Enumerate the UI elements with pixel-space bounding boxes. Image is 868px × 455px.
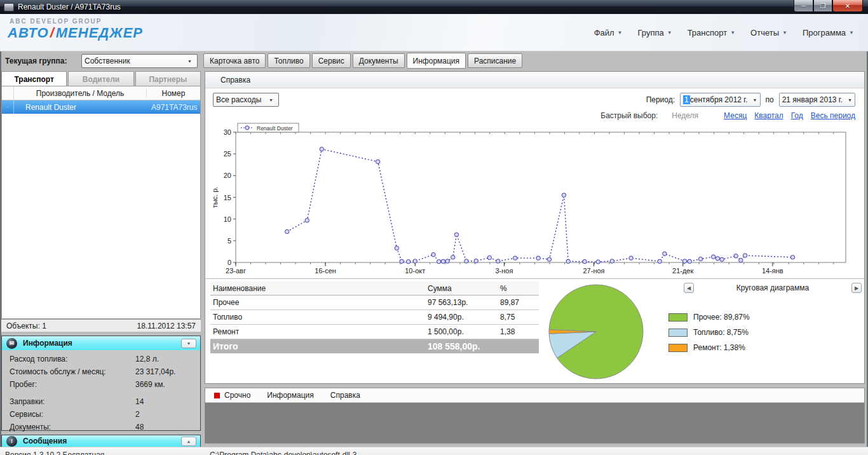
messages-panel-header[interactable]: ! Сообщения ▲ [2, 435, 200, 447]
message-tab-Справка[interactable]: Справка [330, 391, 360, 400]
message-tab-Срочно[interactable]: Срочно [214, 391, 250, 400]
summary-total-row: Итого108 558,00р. [210, 339, 539, 353]
legend-swatch [668, 344, 688, 352]
sidebar-tab-Водители[interactable]: Водители [68, 71, 133, 86]
menu-item-label: Программа [803, 28, 846, 37]
summary-cell-pct: 1,38 [500, 327, 539, 336]
message-tab-label: Информация [267, 391, 313, 400]
column-header-number[interactable]: Номер [147, 89, 200, 98]
svg-text:тыс. р.: тыс. р. [211, 187, 219, 208]
legend-label: Прочее: 89,87% [693, 313, 750, 322]
next-chart-button[interactable]: ▶ [851, 283, 862, 293]
sidebar-tab-Партнеры[interactable]: Партнеры [135, 71, 201, 86]
sidebar-tab-Транспорт[interactable]: Транспорт [1, 71, 67, 86]
svg-text:10-окт: 10-окт [405, 267, 425, 275]
info-panel: ✉ Информация ▼ Расход топлива:12,8 л.Сто… [1, 336, 201, 431]
path-text: C:\Program Data\abc-develop\autosoft-dll… [210, 451, 356, 455]
version-text: Версия 1.3.10.2 Бесплатная [5, 451, 104, 455]
tab-Информация[interactable]: Информация [407, 53, 466, 69]
sidebar-tab-strip: ТранспортВодителиПартнеры [1, 71, 201, 86]
tab-Сервис[interactable]: Сервис [312, 53, 351, 68]
svg-text:21-дек: 21-дек [672, 267, 693, 275]
current-group-label: Текущая группа: [5, 57, 67, 65]
info-row: Расход топлива:12,8 л. [10, 355, 194, 363]
app-logo: ABC DEVELOP GROUP АВТО/МЕНЕДЖЕР [8, 18, 143, 40]
period-between-label: по [766, 95, 774, 104]
info-row-label: Документы: [10, 423, 135, 431]
legend-swatch [668, 313, 688, 322]
menu-bar: Файл▼Группа▼Транспорт▼Отчеты▼Программа▼ [594, 14, 854, 51]
info-row: Документы:48 [10, 423, 194, 431]
tab-Карточка авто[interactable]: Карточка авто [203, 53, 266, 68]
legend-label: Ремонт: 1,38% [693, 343, 745, 352]
chevron-down-icon: ▼ [848, 98, 852, 102]
message-tab-Информация[interactable]: Информация [267, 391, 313, 400]
summary-cell-name: Ремонт [210, 327, 428, 336]
menu-item-label: Группа [638, 28, 664, 37]
column-header-model[interactable]: Производитель / Модель [14, 89, 147, 98]
collapse-info-button[interactable]: ▼ [181, 339, 196, 348]
chevron-down-icon: ▼ [730, 30, 735, 36]
svg-text:10: 10 [224, 215, 231, 223]
quick-select-links: НеделяМесяцКварталГодВесь период [672, 111, 855, 120]
app-window: Renault Duster / A971TA73rus ─ ❐ ✕ ABC D… [0, 0, 868, 455]
table-row-selected[interactable]: · Renault Duster A971TA73rus [2, 100, 200, 114]
prev-chart-button[interactable]: ◀ [684, 283, 694, 293]
minimize-button[interactable]: ─ [794, 0, 813, 12]
menu-item-Отчеты[interactable]: Отчеты▼ [750, 28, 787, 37]
info-row-value: 2 [135, 410, 194, 419]
menu-item-Транспорт[interactable]: Транспорт▼ [688, 28, 735, 37]
chevron-down-icon: ▼ [618, 30, 623, 36]
legend-label: Топливо: 8,75% [693, 328, 749, 337]
close-button[interactable]: ✕ [832, 0, 863, 12]
info-row-label: Пробег: [10, 380, 135, 389]
quick-select-Квартал[interactable]: Квартал [754, 111, 783, 120]
message-tab-strip: СрочноИнформацияСправка [205, 388, 864, 403]
collapse-messages-button[interactable]: ▲ [181, 437, 196, 446]
content-header: Справка [205, 72, 864, 88]
info-row-value: 14 [135, 397, 194, 406]
summary-row: Ремонт1 500,00р.1,38 [210, 325, 539, 339]
svg-text:25: 25 [224, 150, 231, 158]
logo-group-line: ABC DEVELOP GROUP [10, 18, 143, 25]
messages-panel-title: Сообщения [23, 437, 181, 445]
tab-Документы[interactable]: Документы [353, 53, 405, 68]
restore-icon: ❐ [820, 3, 826, 10]
menu-item-Программа[interactable]: Программа▼ [803, 28, 854, 37]
pie-legend-item: Прочее: 89,87% [668, 311, 750, 323]
menu-item-label: Файл [594, 28, 614, 37]
tab-Топливо[interactable]: Топливо [268, 53, 309, 68]
app-icon [4, 3, 14, 11]
info-panel-header[interactable]: ✉ Информация ▼ [2, 336, 200, 350]
expenses-line-chart: 051015202530тыс. р.23-авг16-сен10-окт3-н… [210, 123, 858, 276]
current-group-select[interactable]: Собственник ▼ [81, 54, 198, 68]
info-row-value: 23 317,04р. [135, 367, 194, 376]
quick-select-Месяц[interactable]: Месяц [724, 111, 747, 120]
period-row: Период: 1 сентября 2012 г. ▼ по 21 январ… [646, 93, 855, 107]
menu-item-Группа[interactable]: Группа▼ [638, 28, 672, 37]
chevron-down-icon: ▼ [667, 30, 672, 36]
period-to-picker[interactable]: 21 января 2013 г. ▼ [779, 93, 855, 107]
svg-text:Renault Duster: Renault Duster [257, 125, 293, 132]
quick-select-Весь период[interactable]: Весь период [811, 111, 855, 120]
info-row-label: Заправки: [10, 397, 135, 406]
menu-item-Файл[interactable]: Файл▼ [594, 28, 623, 37]
info-panel-title: Информация [23, 339, 181, 348]
tab-Расписание[interactable]: Расписание [468, 53, 522, 68]
restore-button[interactable]: ❐ [813, 0, 832, 12]
summary-cell-sum: 9 494,90р. [428, 313, 500, 322]
minimize-icon: ─ [801, 3, 806, 10]
date-day-highlight: 1 [683, 95, 690, 104]
summary-col-name[interactable]: Наименование [210, 284, 428, 293]
summary-col-pct[interactable]: % [500, 284, 539, 293]
period-from-picker[interactable]: 1 сентября 2012 г. ▼ [680, 93, 760, 107]
pie-legend: Прочее: 89,87%Топливо: 8,75%Ремонт: 1,38… [668, 311, 750, 357]
quick-select-Год[interactable]: Год [791, 111, 803, 120]
summary-col-sum[interactable]: Сумма [428, 284, 500, 293]
row-gutter: · [2, 100, 14, 114]
menu-item-label: Транспорт [688, 28, 728, 37]
expenses-filter-select[interactable]: Все расходы ▼ [213, 93, 279, 107]
chevron-down-icon: ▼ [753, 98, 757, 102]
info-row-value: 3669 км. [135, 380, 194, 389]
arrow-left-icon: ◀ [687, 285, 691, 291]
